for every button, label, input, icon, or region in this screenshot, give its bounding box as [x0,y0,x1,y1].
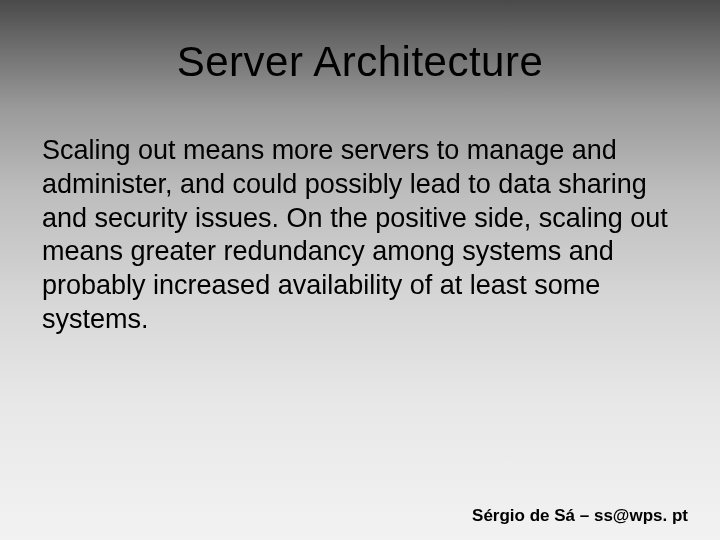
slide: Server Architecture Scaling out means mo… [0,0,720,540]
slide-title: Server Architecture [40,38,680,86]
slide-body: Scaling out means more servers to manage… [40,134,680,337]
slide-footer: Sérgio de Sá – ss@wps. pt [472,506,688,526]
